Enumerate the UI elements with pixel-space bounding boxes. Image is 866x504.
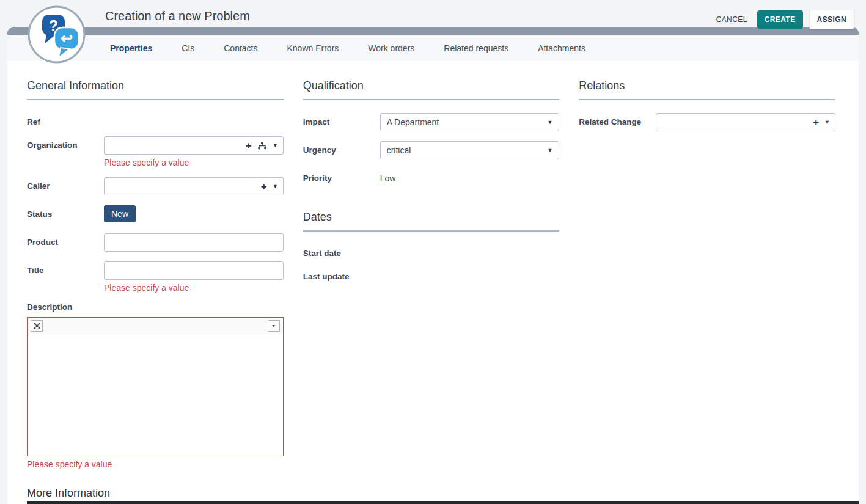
title-error: Please specify a value bbox=[104, 283, 284, 293]
section-title-general: General Information bbox=[27, 79, 284, 100]
column-qualification: Qualification Impact A Department ▼ Urge… bbox=[303, 79, 560, 469]
cancel-button[interactable]: CANCEL bbox=[713, 11, 751, 28]
section-title-qualification: Qualification bbox=[303, 79, 560, 100]
urgency-select[interactable]: critical ▼ bbox=[380, 141, 560, 159]
tab-properties[interactable]: Properties bbox=[110, 43, 152, 53]
impact-select[interactable]: A Department ▼ bbox=[380, 113, 560, 131]
field-product: Product bbox=[27, 233, 284, 252]
section-dates: Dates Start date Last update bbox=[303, 211, 560, 281]
related-change-label: Related Change bbox=[579, 113, 656, 131]
description-error: Please specify a value bbox=[27, 459, 284, 469]
status-label: Status bbox=[27, 205, 104, 224]
more-information-divider bbox=[27, 501, 859, 504]
urgency-label: Urgency bbox=[303, 141, 380, 159]
field-caller: Caller + ▼ bbox=[27, 177, 284, 195]
title-input[interactable] bbox=[104, 261, 284, 280]
section-general-information: General Information Ref Organization + bbox=[27, 79, 284, 469]
field-urgency: Urgency critical ▼ bbox=[303, 141, 560, 159]
impact-value: A Department bbox=[387, 117, 439, 127]
tab-known-errors[interactable]: Known Errors bbox=[287, 43, 339, 53]
header-actions: CANCEL CREATE ASSIGN bbox=[713, 10, 854, 29]
assign-button[interactable]: ASSIGN bbox=[809, 10, 854, 29]
caller-dropdown-icon[interactable]: ▼ bbox=[273, 183, 278, 189]
organization-dropdown-icon[interactable]: ▼ bbox=[273, 142, 278, 148]
start-date-label: Start date bbox=[303, 244, 380, 258]
priority-label: Priority bbox=[303, 169, 380, 188]
field-last-update: Last update bbox=[303, 268, 560, 281]
tab-cis[interactable]: CIs bbox=[182, 43, 194, 53]
caller-input[interactable] bbox=[104, 177, 284, 195]
field-status: Status New bbox=[27, 205, 284, 224]
caller-label: Caller bbox=[27, 177, 104, 195]
column-relations: Relations Related Change + ▼ bbox=[579, 79, 835, 469]
svg-text:↩: ↩ bbox=[61, 30, 73, 46]
description-editor: ▼ bbox=[27, 317, 284, 456]
create-button[interactable]: CREATE bbox=[757, 10, 803, 29]
tab-related-requests[interactable]: Related requests bbox=[444, 43, 508, 53]
column-general: General Information Ref Organization + bbox=[27, 79, 284, 469]
tab-work-orders[interactable]: Work orders bbox=[368, 43, 414, 53]
status-badge: New bbox=[104, 205, 136, 222]
field-organization: Organization + ▼ bbox=[27, 136, 284, 167]
field-related-change: Related Change + ▼ bbox=[579, 113, 835, 131]
priority-value: Low bbox=[380, 169, 560, 183]
maximize-icon bbox=[34, 323, 40, 329]
page-title: Creation of a new Problem bbox=[105, 9, 250, 23]
description-label: Description bbox=[27, 302, 284, 312]
form-content: General Information Ref Organization + bbox=[7, 61, 859, 469]
related-change-input[interactable] bbox=[656, 113, 835, 131]
organization-label: Organization bbox=[27, 136, 104, 167]
add-caller-icon[interactable]: + bbox=[261, 181, 267, 192]
organization-error: Please specify a value bbox=[104, 158, 284, 167]
tab-bar: Properties CIs Contacts Known Errors Wor… bbox=[7, 35, 859, 61]
field-description: Description ▼ bbox=[27, 302, 284, 469]
ref-label: Ref bbox=[27, 113, 104, 126]
maximize-button[interactable] bbox=[31, 320, 43, 332]
add-related-change-icon[interactable]: + bbox=[813, 117, 819, 128]
add-organization-icon[interactable]: + bbox=[246, 141, 252, 151]
impact-dropdown-icon: ▼ bbox=[547, 119, 552, 125]
field-title: Title Please specify a value bbox=[27, 261, 284, 293]
description-textarea[interactable] bbox=[28, 334, 283, 456]
product-input[interactable] bbox=[104, 233, 284, 252]
toolbar-collapse-button[interactable]: ▼ bbox=[268, 320, 280, 332]
section-relations: Relations Related Change + ▼ bbox=[579, 79, 835, 131]
description-editor-toolbar: ▼ bbox=[28, 318, 283, 334]
last-update-label: Last update bbox=[303, 268, 380, 281]
field-ref: Ref bbox=[27, 113, 284, 126]
field-impact: Impact A Department ▼ bbox=[303, 113, 560, 131]
impact-label: Impact bbox=[303, 113, 380, 131]
product-label: Product bbox=[27, 233, 104, 252]
problem-logo: ? ↩ bbox=[27, 5, 86, 64]
urgency-dropdown-icon: ▼ bbox=[547, 147, 552, 153]
section-qualification: Qualification Impact A Department ▼ Urge… bbox=[303, 79, 560, 188]
section-title-dates: Dates bbox=[303, 211, 560, 232]
hierarchy-icon[interactable] bbox=[257, 142, 267, 150]
section-title-relations: Relations bbox=[579, 79, 835, 100]
related-change-dropdown-icon[interactable]: ▼ bbox=[824, 119, 830, 125]
object-panel: Properties CIs Contacts Known Errors Wor… bbox=[7, 27, 859, 504]
toolbar-dropdown-icon: ▼ bbox=[271, 324, 276, 328]
tab-contacts[interactable]: Contacts bbox=[224, 43, 257, 53]
tab-attachments[interactable]: Attachments bbox=[538, 43, 585, 53]
section-title-more-information: More Information bbox=[27, 487, 110, 500]
field-start-date: Start date bbox=[303, 244, 560, 258]
title-label: Title bbox=[27, 261, 104, 293]
field-priority: Priority Low bbox=[303, 169, 560, 188]
urgency-value: critical bbox=[387, 145, 411, 155]
